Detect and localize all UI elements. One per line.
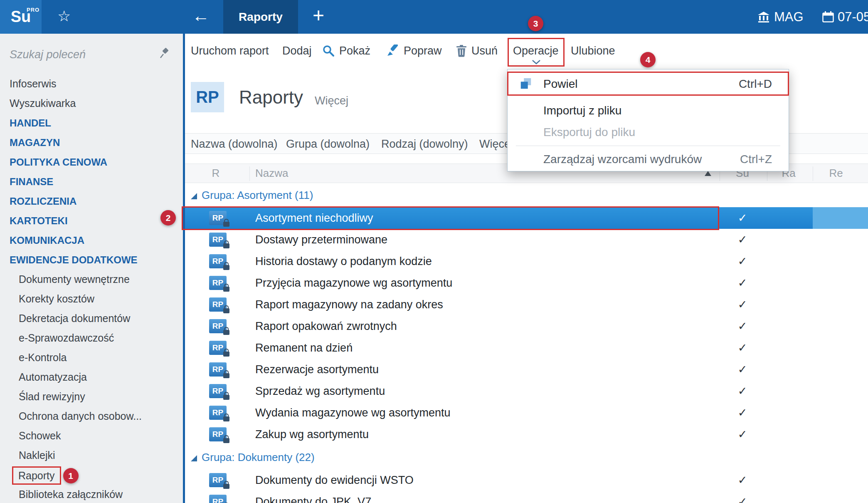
report-icon-label: RP bbox=[212, 497, 223, 503]
show-button[interactable]: Pokaż bbox=[322, 34, 370, 68]
column-header-r[interactable]: R bbox=[207, 164, 224, 183]
menu-item-zarzadzaj-wzorcami[interactable]: Zarządzaj wzorcami wydruków Ctrl+Z bbox=[508, 148, 789, 171]
search-input[interactable] bbox=[10, 45, 143, 64]
lock-icon bbox=[223, 222, 229, 227]
app-logo[interactable]: Su PRO bbox=[0, 0, 42, 34]
edit-button[interactable]: Popraw bbox=[386, 34, 442, 68]
report-icon-label: RP bbox=[212, 365, 223, 374]
table-row[interactable]: RP Historia dostawy o podanym kodzie ✓ bbox=[185, 250, 868, 272]
lock-icon bbox=[223, 287, 229, 292]
report-name: Raport opakowań zwrotnych bbox=[255, 315, 397, 337]
table-row[interactable]: RP Rezerwacje asortymentu ✓ bbox=[185, 359, 868, 380]
su-checkmark-icon: ✓ bbox=[730, 229, 755, 250]
sidebar-item-raporty[interactable]: Raporty 1 bbox=[0, 465, 183, 485]
lock-icon bbox=[223, 395, 229, 400]
group-expand-icon[interactable] bbox=[191, 193, 197, 199]
filter-kind[interactable]: Rodzaj (dowolny) bbox=[381, 134, 468, 154]
su-checkmark-icon: ✓ bbox=[730, 250, 755, 272]
menu-item-importuj[interactable]: Importuj z pliku bbox=[508, 99, 789, 122]
su-checkmark-icon: ✓ bbox=[730, 272, 755, 294]
add-button[interactable]: Dodaj bbox=[282, 34, 312, 68]
lock-icon bbox=[223, 265, 229, 270]
sidebar-item-magazyn[interactable]: MAGAZYN bbox=[0, 133, 183, 152]
menu-item-label: Importuj z pliku bbox=[543, 99, 621, 122]
sidebar-item-slad-rewizyjny[interactable]: Ślad rewizyjny bbox=[0, 387, 183, 406]
sidebar-item-dokumenty-wewnetrzne[interactable]: Dokumenty wewnętrzne bbox=[0, 270, 183, 289]
column-header-re[interactable]: Re bbox=[824, 164, 848, 183]
su-checkmark-icon: ✓ bbox=[730, 207, 755, 229]
favorites-button[interactable]: Ulubione bbox=[571, 34, 615, 68]
sidebar-item-komunikacja[interactable]: KOMUNIKACJA bbox=[0, 230, 183, 250]
table-row-selected[interactable]: RP Asortyment niechodliwy ✓ bbox=[185, 207, 868, 229]
titlebar: Su PRO ☆ ← Raporty + MAG 07-05 bbox=[0, 0, 868, 34]
report-icon-label: RP bbox=[212, 257, 223, 266]
report-name: Raport magazynowy na zadany okres bbox=[255, 294, 443, 315]
menu-item-label: Zarządzaj wzorcami wydruków bbox=[543, 148, 702, 171]
pin-icon[interactable] bbox=[160, 48, 170, 59]
sidebar-item-e-kontrola[interactable]: e-Kontrola bbox=[0, 348, 183, 367]
table-row[interactable]: RP Raport opakowań zwrotnych ✓ bbox=[185, 315, 868, 337]
sort-ascending-icon[interactable] bbox=[705, 171, 711, 176]
report-icon: RP bbox=[209, 319, 227, 333]
sidebar-item-ewidencje-dodatkowe[interactable]: EWIDENCJE DODATKOWE bbox=[0, 250, 183, 270]
report-icon: RP bbox=[209, 276, 227, 290]
table-row[interactable]: RP Przyjęcia magazynowe wg asortymentu ✓ bbox=[185, 272, 868, 294]
table-row[interactable]: RP Dokumenty do JPK_V7 ✓ bbox=[185, 491, 868, 503]
menu-item-shortcut: Ctrl+D bbox=[739, 73, 772, 95]
table-row[interactable]: RP Dokumenty do ewidencji WSTO ✓ bbox=[185, 469, 868, 491]
column-header-name[interactable]: Nazwa bbox=[255, 164, 288, 183]
more-link[interactable]: Więcej bbox=[315, 89, 348, 112]
warehouse-icon bbox=[757, 11, 770, 23]
menu-separator bbox=[516, 146, 780, 146]
report-icon: RP bbox=[209, 362, 227, 377]
filter-name[interactable]: Nazwa (dowolna) bbox=[191, 134, 278, 154]
sidebar-item-handel[interactable]: HANDEL bbox=[0, 113, 183, 133]
table-row[interactable]: RP Zakup wg asortymentu ✓ bbox=[185, 424, 868, 445]
report-icon-label: RP bbox=[212, 343, 223, 352]
sidebar-item-korekty-kosztow[interactable]: Korekty kosztów bbox=[0, 289, 183, 309]
lock-icon bbox=[223, 330, 229, 335]
sidebar-item-infoserwis[interactable]: Infoserwis bbox=[0, 74, 183, 94]
table-row[interactable]: RP Dostawy przeterminowane ✓ bbox=[185, 229, 868, 250]
group-header-dokumenty[interactable]: Grupa: Dokumenty (22) bbox=[185, 445, 868, 469]
back-arrow-icon[interactable]: ← bbox=[192, 0, 210, 34]
sidebar-item-kartoteki[interactable]: KARTOTEKI bbox=[0, 211, 183, 230]
sidebar-item-automatyzacja[interactable]: Automatyzacja bbox=[0, 367, 183, 387]
menu-item-label: Powiel bbox=[543, 73, 577, 95]
table-row[interactable]: RP Wydania magazynowe wg asortymentu ✓ bbox=[185, 402, 868, 424]
chevron-down-icon bbox=[532, 59, 541, 64]
sidebar-item-polityka-cenowa[interactable]: POLITYKA CENOWA bbox=[0, 152, 183, 172]
copy-icon bbox=[519, 77, 533, 91]
sidebar-item-dekretacja-dokumentow[interactable]: Dekretacja dokumentów bbox=[0, 309, 183, 328]
lock-icon bbox=[223, 352, 229, 357]
new-tab-button[interactable]: + bbox=[313, 0, 324, 34]
sidebar-item-biblioteka-zalacznikow[interactable]: Biblioteka załączników bbox=[0, 485, 183, 503]
filter-group[interactable]: Grupa (dowolna) bbox=[286, 134, 370, 154]
selected-row-cell-highlight bbox=[813, 207, 868, 229]
sidebar-item-e-sprawozdawczosc[interactable]: e-Sprawozdawczość bbox=[0, 328, 183, 348]
table-row[interactable]: RP Sprzedaż wg asortymentu ✓ bbox=[185, 380, 868, 402]
run-report-button[interactable]: Uruchom raport bbox=[191, 34, 269, 68]
su-checkmark-icon: ✓ bbox=[730, 294, 755, 315]
menu-item-powiel[interactable]: Powiel Ctrl+D bbox=[508, 73, 789, 95]
report-icon: RP bbox=[209, 473, 227, 487]
favorites-star-icon[interactable]: ☆ bbox=[57, 0, 71, 34]
sidebar-item-schowek[interactable]: Schowek bbox=[0, 426, 183, 446]
tab-raporty[interactable]: Raporty bbox=[223, 0, 298, 34]
table-row[interactable]: RP Remanent na dzień ✓ bbox=[185, 337, 868, 359]
group-expand-icon[interactable] bbox=[191, 455, 197, 461]
warehouse-indicator[interactable]: MAG bbox=[757, 0, 804, 34]
report-icon-label: RP bbox=[212, 278, 223, 287]
delete-button[interactable]: Usuń bbox=[456, 34, 498, 68]
date-indicator[interactable]: 07-05 bbox=[822, 0, 868, 34]
sidebar-item-wyszukiwarka[interactable]: Wyszukiwarka bbox=[0, 94, 183, 113]
sidebar-item-naklejki[interactable]: Naklejki bbox=[0, 446, 183, 465]
table-row[interactable]: RP Raport magazynowy na zadany okres ✓ bbox=[185, 294, 868, 315]
report-icon: RP bbox=[209, 384, 227, 398]
menu-item-eksportuj: Eksportuj do pliku bbox=[508, 121, 789, 144]
group-header-asortyment[interactable]: Grupa: Asortyment (11) bbox=[185, 183, 868, 207]
sidebar-item-finanse[interactable]: FINANSE bbox=[0, 172, 183, 191]
report-name: Dokumenty do ewidencji WSTO bbox=[255, 469, 414, 491]
sidebar-item-ochrona-danych[interactable]: Ochrona danych osobow... bbox=[0, 406, 183, 426]
sidebar-item-rozliczenia[interactable]: ROZLICZENIA bbox=[0, 191, 183, 211]
